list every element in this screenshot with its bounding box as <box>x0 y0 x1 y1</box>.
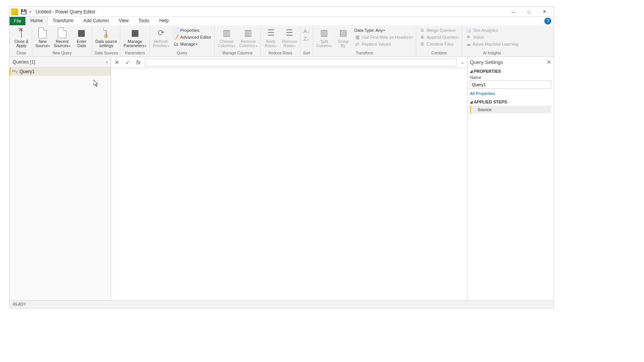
accept-formula-button[interactable]: ✓ <box>123 58 132 67</box>
vision-icon: 👁 <box>465 34 472 40</box>
ribbon-group-reduce-rows: ☰ Keep Rows▾ ☰ Remove Rows▾ Reduce Rows <box>261 26 301 56</box>
properties-button[interactable]: 📄Properties <box>171 27 213 34</box>
formula-bar: ✕ ✓ fx ⌄ <box>111 57 467 68</box>
close-apply-icon: ✕ <box>15 27 28 39</box>
formula-input[interactable] <box>145 59 457 66</box>
new-source-button[interactable]: New Source▾ <box>34 26 51 49</box>
save-button[interactable]: 💾 <box>20 8 27 15</box>
ribbon-group-combine: ⧉Merge Queries ▾ ⊕Append Queries ▾ 🗎Comb… <box>416 26 463 56</box>
collapse-icon: ◢ <box>470 100 473 104</box>
data-source-settings-icon: ⚙ <box>100 27 112 39</box>
manage-query-button[interactable]: 🗂Manage ▾ <box>171 41 213 48</box>
formula-expand-button[interactable]: ⌄ <box>459 60 466 65</box>
tab-view[interactable]: View <box>114 16 134 25</box>
app-icon <box>11 8 18 15</box>
first-row-headers-button[interactable]: ▦Use First Row as Headers ▾ <box>353 34 414 41</box>
enter-data-icon: ▦ <box>76 27 88 39</box>
tab-help[interactable]: Help <box>154 16 174 25</box>
split-column-button[interactable]: ▥ Split Column▾ <box>315 26 334 49</box>
qat-dropdown[interactable]: ▾ <box>28 8 32 15</box>
ribbon-group-new-query: New Source▾ Recent Sources▾ ▦ Enter Data… <box>32 26 92 56</box>
window-title: Untitled - Power Query Editor <box>36 9 95 15</box>
append-queries-icon: ⊕ <box>419 34 426 40</box>
close-apply-button[interactable]: ✕ Close & Apply <box>13 26 30 49</box>
tab-add-column[interactable]: Add Column <box>79 16 114 25</box>
minimize-button[interactable]: — <box>506 7 521 16</box>
merge-queries-button[interactable]: ⧉Merge Queries ▾ <box>418 27 461 34</box>
query-type-icon: ᴬᴮc <box>12 69 18 75</box>
properties-icon: 📄 <box>173 27 179 33</box>
new-source-icon <box>36 27 49 39</box>
query-name-input[interactable] <box>470 80 551 89</box>
remove-rows-button[interactable]: ☰ Remove Rows▾ <box>281 26 299 49</box>
azure-ml-button[interactable]: ☁Azure Machine Learning <box>464 41 520 48</box>
ribbon-group-manage-columns: ▥ Choose Columns▾ ▥ Remove Columns▾ Mana… <box>215 26 261 56</box>
append-queries-button[interactable]: ⊕Append Queries ▾ <box>418 34 461 41</box>
choose-columns-button[interactable]: ▥ Choose Columns▾ <box>216 26 237 49</box>
choose-columns-icon: ▥ <box>220 27 233 39</box>
merge-queries-icon: ⧉ <box>419 27 426 33</box>
query-item[interactable]: ᴬᴮc Query1 <box>10 67 111 76</box>
tab-file[interactable]: File <box>10 17 25 25</box>
ribbon-tabs: File Home Transform Add Column View Tool… <box>10 17 554 25</box>
close-settings-button[interactable]: ✕ <box>547 59 551 65</box>
combine-files-icon: 🗎 <box>419 41 426 47</box>
advanced-editor-button[interactable]: 📝Advanced Editor <box>171 34 213 41</box>
group-by-button[interactable]: ▤ Group By <box>334 26 352 49</box>
step-item[interactable]: Source <box>470 106 551 113</box>
query-settings-header: Query Settings ✕ <box>470 57 551 67</box>
editor-body: Queries [1] ‹ ᴬᴮc Query1 ✕ ✓ fx ⌄ Query … <box>10 57 554 300</box>
combine-files-button[interactable]: 🗎Combine Files <box>418 41 461 48</box>
queries-pane-header: Queries [1] ‹ <box>10 57 111 67</box>
keep-rows-button[interactable]: ☰ Keep Rows▾ <box>262 26 280 49</box>
ribbon-group-close: ✕ Close & Apply Close <box>11 26 32 56</box>
data-preview-area <box>111 68 467 300</box>
first-row-headers-icon: ▦ <box>354 34 360 40</box>
maximize-button[interactable]: □ <box>521 7 537 16</box>
remove-columns-button[interactable]: ▥ Remove Columns▾ <box>238 26 258 49</box>
status-text: READY <box>13 302 26 306</box>
keep-rows-icon: ☰ <box>265 27 277 39</box>
sort-desc-button[interactable]: Z↓ <box>302 35 311 42</box>
fx-button[interactable]: fx <box>134 58 143 67</box>
tab-home[interactable]: Home <box>25 16 48 25</box>
enter-data-button[interactable]: ▦ Enter Data <box>73 26 90 49</box>
all-properties-link[interactable]: All Properties <box>470 89 551 98</box>
ribbon-group-parameters: ▦ Manage Parameters▾ Parameters <box>120 26 150 56</box>
recent-sources-icon <box>56 27 68 39</box>
manage-parameters-icon: ▦ <box>129 27 141 39</box>
remove-columns-icon: ▥ <box>242 27 254 39</box>
remove-rows-icon: ☰ <box>283 27 296 39</box>
queries-pane: Queries [1] ‹ ᴬᴮc Query1 <box>10 57 111 300</box>
collapse-queries-icon[interactable]: ‹ <box>106 59 108 65</box>
group-by-icon: ▤ <box>337 27 349 39</box>
ribbon-group-transform: ▥ Split Column▾ ▤ Group By Data Type: An… <box>313 26 416 56</box>
tab-transform[interactable]: Transform <box>48 16 78 25</box>
properties-section-header[interactable]: ◢PROPERTIES <box>470 67 551 74</box>
ribbon-group-ai-insights: 📊Text Analytics 👁Vision ☁Azure Machine L… <box>462 26 521 56</box>
data-type-button[interactable]: Data Type: Any ▾ <box>353 27 414 34</box>
vision-button[interactable]: 👁Vision <box>464 34 520 41</box>
close-window-button[interactable]: ✕ <box>537 7 552 16</box>
refresh-icon: ⟳ <box>155 27 167 39</box>
text-analytics-icon: 📊 <box>465 27 472 33</box>
applied-steps-header[interactable]: ◢APPLIED STEPS <box>470 98 551 105</box>
replace-values-icon: ⇄ <box>354 41 360 47</box>
name-label: Name <box>470 74 551 80</box>
sort-asc-button[interactable]: A↓ <box>302 28 311 34</box>
collapse-icon: ◢ <box>470 69 473 73</box>
replace-values-button[interactable]: ⇄Replace Values <box>353 41 414 48</box>
data-source-settings-button[interactable]: ⚙ Data source settings <box>94 26 119 49</box>
manage-icon: 🗂 <box>173 41 179 47</box>
help-icon[interactable]: ? <box>544 18 551 25</box>
recent-sources-button[interactable]: Recent Sources▾ <box>52 26 72 49</box>
power-query-editor-window: 💾 ▾ Untitled - Power Query Editor — □ ✕ … <box>9 7 554 308</box>
tab-tools[interactable]: Tools <box>133 16 154 25</box>
refresh-preview-button[interactable]: ⟳ Refresh Preview▾ <box>151 26 171 49</box>
ribbon: ✕ Close & Apply Close New Source▾ Recent… <box>10 25 554 57</box>
manage-parameters-button[interactable]: ▦ Manage Parameters▾ <box>122 26 148 49</box>
advanced-editor-icon: 📝 <box>173 34 179 40</box>
text-analytics-button[interactable]: 📊Text Analytics <box>464 27 520 34</box>
titlebar: 💾 ▾ Untitled - Power Query Editor — □ ✕ <box>10 7 554 17</box>
cancel-formula-button[interactable]: ✕ <box>113 58 121 67</box>
